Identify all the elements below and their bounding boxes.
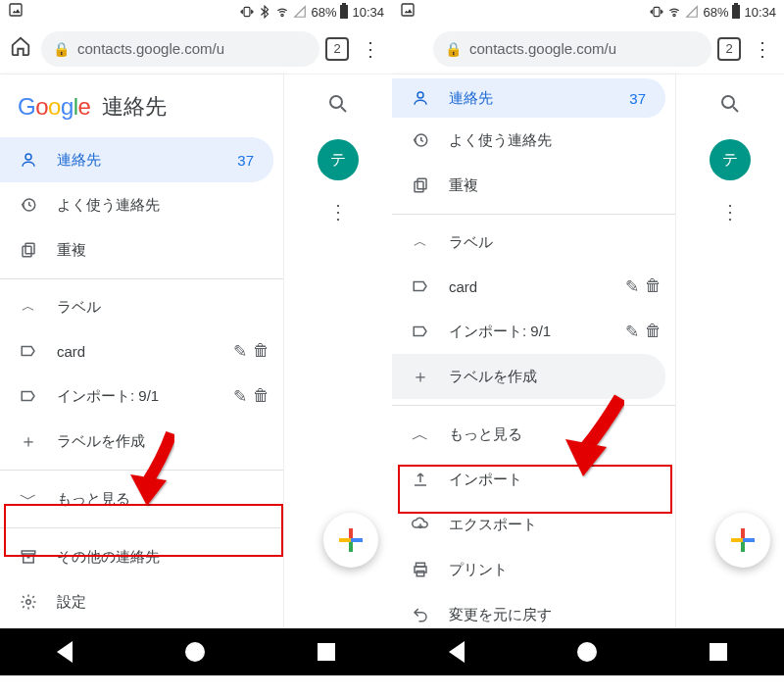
bluetooth-icon (258, 5, 271, 19)
labels-header[interactable]: ︿ ラベル (392, 221, 675, 264)
recents-button[interactable] (710, 643, 727, 661)
phone-right: 68% 10:34 ⌂ 🔒 contacts.google.com/u 2 ⋮ (392, 0, 784, 697)
sidebar-item-contacts[interactable]: 連絡先 37 (0, 137, 273, 182)
overflow-icon[interactable]: ⋮ (720, 200, 740, 224)
overflow-icon[interactable]: ⋮ (328, 200, 348, 224)
battery-percent: 68% (311, 5, 336, 20)
svg-rect-6 (22, 551, 35, 554)
svg-rect-13 (417, 178, 426, 189)
clock: 10:34 (744, 5, 776, 20)
avatar[interactable]: テ (318, 139, 359, 180)
history-icon (18, 196, 39, 214)
svg-rect-1 (245, 7, 251, 16)
sidebar-item-frequent[interactable]: よく使う連絡先 (392, 118, 675, 163)
browser-bar: 🔒 contacts.google.com/u 2 ⋮ (0, 24, 392, 75)
sidebar-item-undo[interactable]: 変更を元に戻す (392, 592, 675, 637)
person-icon (18, 151, 39, 169)
android-navbar (0, 628, 392, 675)
plus-icon: ＋ (410, 365, 431, 388)
fab-add[interactable] (323, 513, 378, 568)
sidebar-item-other-contacts[interactable]: その他の連絡先 (0, 534, 283, 579)
search-icon[interactable] (718, 92, 742, 122)
url-bar[interactable]: 🔒 contacts.google.com/u (433, 31, 711, 67)
lock-icon: 🔒 (445, 41, 462, 57)
delete-icon[interactable]: 🗑 (645, 322, 662, 342)
status-bar: 68% 10:34 (392, 0, 784, 24)
back-button[interactable] (449, 641, 465, 663)
url-text: contacts.google.com/u (469, 40, 616, 57)
battery-icon (732, 5, 740, 19)
url-text: contacts.google.com/u (77, 40, 224, 57)
sidebar-item-contacts[interactable]: 連絡先 37 (392, 78, 665, 118)
home-icon[interactable] (6, 35, 35, 62)
sidebar-item-print[interactable]: プリント (392, 547, 675, 592)
more-toggle-expanded[interactable]: ︿ もっと見る (392, 412, 675, 457)
edit-icon[interactable]: ✎ (625, 276, 639, 297)
duplicate-icon (410, 176, 431, 194)
sidebar-item-duplicates[interactable]: 重複 (392, 163, 675, 208)
delete-icon[interactable]: 🗑 (645, 276, 662, 297)
upload-icon (410, 471, 431, 488)
label-icon (410, 277, 431, 295)
tab-switcher[interactable]: 2 (717, 37, 741, 61)
tab-switcher[interactable]: 2 (325, 37, 349, 61)
sidebar-item-duplicates[interactable]: 重複 (0, 227, 283, 273)
label-icon (410, 323, 431, 340)
person-icon (410, 89, 431, 107)
url-bar[interactable]: 🔒 contacts.google.com/u (41, 31, 319, 67)
signal-icon (293, 5, 307, 19)
duplicate-icon (18, 241, 39, 259)
create-label[interactable]: ＋ ラベルを作成 (392, 354, 665, 399)
sidebar-drawer: Google 連絡先 連絡先 37 よく使う連絡先 (0, 75, 284, 628)
battery-percent: 68% (703, 5, 728, 20)
browser-menu-icon[interactable]: ⋮ (747, 37, 778, 61)
sidebar-drawer: 連絡先 37 よく使う連絡先 重複 (392, 75, 676, 628)
delete-icon[interactable]: 🗑 (253, 386, 270, 407)
svg-point-18 (722, 96, 734, 108)
chevron-up-icon: ︿ (18, 298, 39, 316)
fab-add[interactable] (715, 513, 770, 568)
vibrate-icon (650, 5, 663, 19)
back-button[interactable] (57, 641, 73, 663)
edit-icon[interactable]: ✎ (625, 322, 639, 342)
sidebar-item-frequent[interactable]: よく使う連絡先 (0, 182, 283, 227)
labels-header[interactable]: ︿ ラベル (0, 285, 283, 328)
status-bar: 68% 10:34 (0, 0, 392, 24)
battery-icon (340, 5, 348, 19)
sidebar-item-import[interactable]: インポート (392, 457, 675, 502)
print-icon (410, 561, 431, 578)
avatar[interactable]: テ (710, 139, 751, 180)
gear-icon (18, 593, 39, 611)
svg-rect-10 (655, 7, 661, 16)
svg-point-8 (330, 96, 342, 108)
vibrate-icon (240, 5, 254, 19)
signal-icon (685, 5, 699, 19)
label-item-card[interactable]: card ✎🗑 (392, 264, 675, 309)
chevron-down-icon: ﹀ (18, 487, 39, 511)
svg-rect-9 (402, 4, 414, 16)
browser-menu-icon[interactable]: ⋮ (355, 37, 386, 61)
sidebar-item-export[interactable]: エクスポート (392, 502, 675, 547)
app-title: 連絡先 (102, 92, 167, 122)
delete-icon[interactable]: 🗑 (253, 341, 270, 362)
home-button[interactable] (185, 642, 205, 662)
label-item-import[interactable]: インポート: 9/1 ✎🗑 (392, 309, 675, 354)
app-logo: Google 連絡先 (0, 84, 283, 137)
undo-icon (410, 606, 431, 623)
home-button[interactable] (577, 642, 597, 662)
svg-point-7 (26, 600, 31, 605)
recents-button[interactable] (318, 643, 335, 661)
label-item-import[interactable]: インポート: 9/1 ✎🗑 (0, 373, 283, 419)
create-label[interactable]: ＋ ラベルを作成 (0, 419, 283, 464)
history-icon (410, 131, 431, 149)
svg-point-2 (25, 154, 31, 160)
edit-icon[interactable]: ✎ (233, 341, 247, 362)
svg-rect-0 (10, 4, 22, 16)
edit-icon[interactable]: ✎ (233, 386, 247, 407)
wifi-icon (667, 5, 681, 19)
label-item-card[interactable]: card ✎🗑 (0, 328, 283, 373)
more-toggle[interactable]: ﹀ もっと見る (0, 476, 283, 522)
search-icon[interactable] (326, 92, 350, 122)
sidebar-item-settings[interactable]: 設定 (0, 579, 283, 624)
archive-icon (18, 548, 39, 566)
